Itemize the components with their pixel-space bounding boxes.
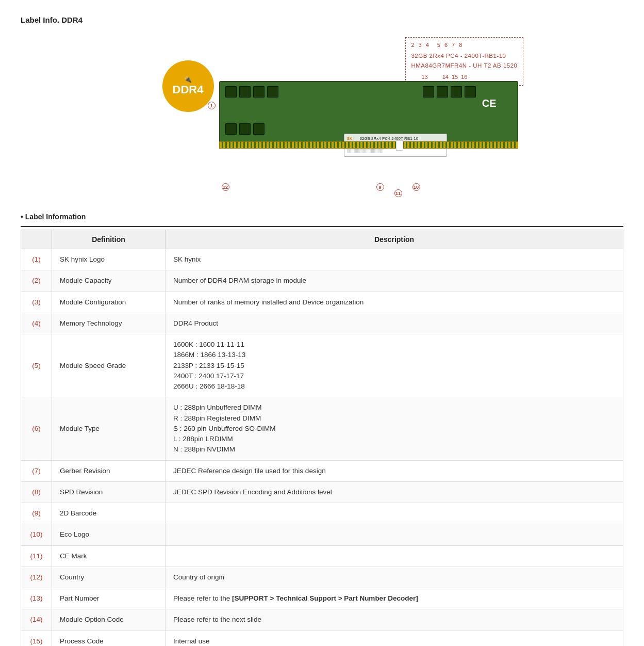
table-row: (6)Module TypeU : 288pin Unbuffered DIMM… [21,397,623,460]
row-description: JEDEC Reference design file used for thi… [166,460,623,481]
table-row: (3)Module ConfigurationNumber of ranks o… [21,292,623,313]
page-title: Label Info. DDR4 [21,15,623,24]
row-description: JEDEC SPD Revision Encoding and Addition… [166,481,623,503]
ram-gold-pins [219,141,518,149]
row-num: (13) [21,588,52,609]
ann-num-13: 13 [421,72,427,82]
col-header-description: Description [166,230,623,249]
ann-num-8: 8 [459,40,462,50]
ann-num-4: 4 [426,40,429,50]
ann-num-6: 6 [444,40,448,50]
row-definition: Module Speed Grade [52,334,166,397]
row-definition: SPD Revision [52,481,166,503]
ann-num-3: 3 [419,40,422,50]
table-row: (10)Eco Logo [21,524,623,545]
diagram-section: 🔌 DDR4 2 3 4 5 6 7 8 32GB 2Rx4 PC4 - 240… [116,35,529,205]
row-definition: Module Capacity [52,270,166,292]
ann-num-7: 7 [452,40,455,50]
table-header-row: Definition Description [21,230,623,249]
row-description: 1600K : 1600 11-11-111866M : 1866 13-13-… [166,334,623,397]
row-description: Please refer to the [SUPPORT > Technical… [166,588,623,609]
table-row: (15)Process CodeInternal use [21,631,623,646]
callout-sub-numbers: 13 141516 [421,72,517,82]
row-num: (6) [21,397,52,460]
table-row: (8)SPD RevisionJEDEC SPD Revision Encodi… [21,481,623,503]
row-definition: Module Option Code [52,609,166,631]
row-num: (11) [21,545,52,567]
row-description: Country of origin [166,567,623,588]
row-num: (4) [21,313,52,334]
table-row: (14)Module Option CodePlease refer to th… [21,609,623,631]
row-description: SK hynix [166,249,623,270]
table-row: (2)Module CapacityNumber of DDR4 DRAM st… [21,270,623,292]
row-description: Please refer to the next slide [166,609,623,631]
table-row: (7)Gerber RevisionJEDEC Reference design… [21,460,623,481]
row-num: (5) [21,334,52,397]
row-description: DDR4 Product [166,313,623,334]
ram-chips-bottom [225,123,265,135]
row-num: (1) [21,249,52,270]
table-row: (12)CountryCountry of origin [21,567,623,588]
row-description [166,545,623,567]
section-header: Label Information [21,213,623,221]
ann-11: 11 [394,189,402,197]
row-description: Number of DDR4 DRAM storage in module [166,270,623,292]
row-description [166,524,623,545]
ann-num-14-15-16: 141516 [442,72,468,82]
row-description: Number of ranks of memory installed and … [166,292,623,313]
row-definition: CE Mark [52,545,166,567]
ddr4-badge: 🔌 DDR4 [162,60,214,112]
row-description [166,503,623,524]
info-table: Definition Description (1)SK hynix LogoS… [21,230,623,646]
row-definition: SK hynix Logo [52,249,166,270]
row-num: (15) [21,631,52,646]
row-definition: Module Type [52,397,166,460]
col-header-definition: Definition [52,230,166,249]
row-num: (12) [21,567,52,588]
ann-9: 9 [376,183,384,191]
row-description: U : 288pin Unbuffered DIMMR : 288pin Reg… [166,397,623,460]
row-definition: Module Configuration [52,292,166,313]
row-definition: Part Number [52,588,166,609]
ann-num-2: 2 [411,40,414,50]
ram-chips-left [225,86,278,98]
ram-chips-right [423,86,476,98]
table-row: (4)Memory TechnologyDDR4 Product [21,313,623,334]
chip-icon: 🔌 [184,76,192,83]
row-definition: Eco Logo [52,524,166,545]
row-num: (14) [21,609,52,631]
ann-10: 10 [412,183,420,191]
row-description: Internal use [166,631,623,646]
row-definition: Memory Technology [52,313,166,334]
table-row: (5)Module Speed Grade1600K : 1600 11-11-… [21,334,623,397]
label-info-section: Label Information Definition Description… [21,213,623,646]
ann-1: 1 [208,102,216,109]
row-definition: Process Code [52,631,166,646]
top-divider [21,226,623,227]
callout-line2: HMA84GR7MFR4N - UH T2 AB 1520 [411,61,517,71]
ram-body: SKhynix 32GB 2Rx4 PC4-2400T-RB1-10HMA84G… [219,81,518,143]
row-definition: Country [52,567,166,588]
table-row: (13)Part NumberPlease refer to the [SUPP… [21,588,623,609]
callout-numbers-row: 2 3 4 5 6 7 8 [411,40,517,50]
col-header-num [21,230,52,249]
table-row: (11)CE Mark [21,545,623,567]
row-num: (9) [21,503,52,524]
ram-notch [396,140,403,151]
ann-num-5-spacer: 5 [437,40,440,50]
row-definition: 2D Barcode [52,503,166,524]
row-num: (2) [21,270,52,292]
callout-line1: 32GB 2Rx4 PC4 - 2400T-RB1-10 [411,51,517,61]
ddr4-label: DDR4 [173,83,204,96]
table-row: (9)2D Barcode [21,503,623,524]
table-row: (1)SK hynix LogoSK hynix [21,249,623,270]
row-num: (10) [21,524,52,545]
ann-12: 12 [222,183,229,191]
callout-box: 2 3 4 5 6 7 8 32GB 2Rx4 PC4 - 2400T-RB1-… [405,37,523,86]
row-definition: Gerber Revision [52,460,166,481]
row-description-bold: [SUPPORT > Technical Support > Part Numb… [232,594,418,602]
row-num: (3) [21,292,52,313]
row-num: (7) [21,460,52,481]
ce-mark-area: CE [482,98,497,109]
row-num: (8) [21,481,52,503]
